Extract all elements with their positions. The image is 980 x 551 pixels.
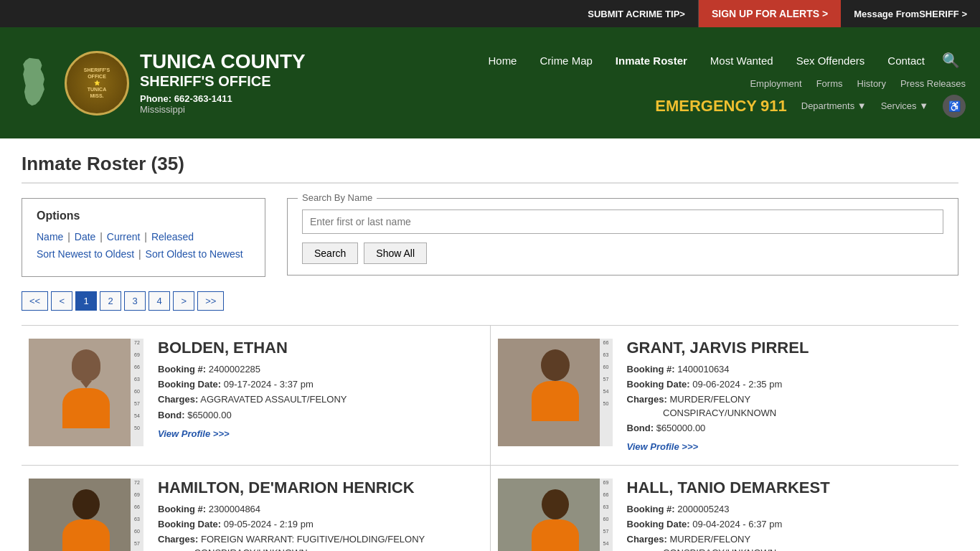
inmate-info-bolden: BOLDEN, ETHAN Booking #: 2400002285 Book…: [158, 339, 483, 439]
nav-contact[interactable]: Contact: [876, 49, 936, 72]
page-2[interactable]: 2: [100, 291, 121, 311]
bond: Bond: $650000.00: [627, 422, 952, 435]
options-search-row: Options Name | Date | Current | Released…: [22, 198, 958, 277]
inmate-info-grant: GRANT, JARVIS PIRREL Booking #: 14000106…: [627, 339, 952, 452]
search-button[interactable]: Search: [302, 242, 358, 264]
sheriff-badge: SHERIFF'SOFFICE⭐TUNICAMISS.: [65, 51, 129, 116]
booking-num: Booking #: 2300004864: [158, 503, 483, 516]
inmate-card-hamilton: 7269666360575450 HAMILTON, DE'MARION HEN…: [22, 466, 490, 551]
emergency-label: EMERGENCY 911: [655, 97, 787, 116]
page-1[interactable]: 1: [75, 291, 97, 311]
booking-date: Booking Date: 09-17-2024 - 3:37 pm: [158, 378, 483, 391]
booking-date: Booking Date: 09-05-2024 - 2:19 pm: [158, 518, 483, 531]
search-icon-btn[interactable]: 🔍: [936, 49, 966, 72]
page-3[interactable]: 3: [124, 291, 146, 311]
top-bar: SUBMIT A CRIME TIP > SIGN UP FOR ALERTS …: [0, 0, 980, 27]
crime-tip-link[interactable]: CRIME TIP: [633, 9, 680, 19]
inmate-name: BOLDEN, ETHAN: [158, 339, 483, 357]
nav-forms[interactable]: Forms: [816, 78, 843, 89]
page-prev[interactable]: <: [51, 291, 72, 311]
search-legend: Search By Name: [298, 192, 377, 203]
filter-name[interactable]: Name: [37, 231, 63, 242]
sheriff-bar[interactable]: Message From SHERIFF >: [841, 9, 980, 19]
inmate-name: HAMILTON, DE'MARION HENRICK: [158, 479, 483, 497]
secondary-nav: Employment Forms History Press Releases: [750, 78, 966, 89]
emergency-bar: EMERGENCY 911 Departments ▼ Services ▼ ♿: [655, 95, 966, 118]
county-name: TUNICA COUNTY: [140, 51, 306, 73]
page-last[interactable]: >>: [197, 291, 224, 311]
inmate-card-grant: 666360575450 GRANT, JARVIS PIRREL Bookin…: [491, 326, 959, 465]
booking-date: Booking Date: 09-06-2024 - 2:35 pm: [627, 378, 952, 391]
bond: Bond: $65000.00: [158, 409, 483, 422]
filter-released[interactable]: Released: [151, 231, 194, 242]
brand-text: TUNICA COUNTY SHERIFF'S OFFICE Phone: 66…: [140, 51, 306, 115]
page-title: Inmate Roster (35): [22, 153, 958, 184]
inmate-name: HALL, TANIO DEMARKEST: [627, 479, 952, 497]
inmate-grid: 7269666360575450 BOLDEN, ETHAN Booking #…: [22, 325, 958, 551]
crime-tip-bar[interactable]: SUBMIT A CRIME TIP >: [575, 0, 699, 27]
show-all-button[interactable]: Show All: [364, 242, 427, 264]
alerts-bar[interactable]: SIGN UP FOR ALERTS >: [699, 0, 841, 27]
inmate-photo-hamilton: 7269666360575450: [29, 479, 143, 551]
main-content: Inmate Roster (35) Options Name | Date |…: [0, 138, 980, 551]
sort-newest[interactable]: Sort Newest to Oldest: [37, 248, 134, 260]
charges: Charges: FOREIGN WARRANT: FUGITIVE/HOLDI…: [158, 533, 483, 551]
booking-num: Booking #: 1400010634: [627, 363, 952, 376]
filter-current[interactable]: Current: [107, 231, 141, 242]
booking-num: Booking #: 2000005243: [627, 503, 952, 516]
filter-date[interactable]: Date: [75, 231, 96, 242]
nav-employment[interactable]: Employment: [750, 78, 801, 89]
accessibility-button[interactable]: ♿: [943, 95, 966, 118]
nav-crime-map[interactable]: Crime Map: [528, 49, 603, 72]
search-box: Search By Name Search Show All: [287, 198, 958, 276]
sort-oldest[interactable]: Sort Oldest to Newest: [146, 248, 243, 260]
inmate-photo-bolden: 7269666360575450: [29, 339, 143, 446]
phone-info: Phone: 662-363-1411: [140, 93, 306, 104]
inmate-card-hall: 696663605754 HALL, TANIO DEMARKEST Booki…: [491, 466, 959, 551]
state-map-icon: [14, 57, 54, 109]
booking-date: Booking Date: 09-04-2024 - 6:37 pm: [627, 518, 952, 531]
departments-dropdown[interactable]: Departments ▼: [801, 100, 867, 111]
inmate-card-bolden: 7269666360575450 BOLDEN, ETHAN Booking #…: [22, 326, 490, 465]
main-nav: Home Crime Map Inmate Roster Most Wanted…: [476, 49, 966, 72]
nav-home[interactable]: Home: [476, 49, 528, 72]
nav-sex-offenders[interactable]: Sex Offenders: [785, 49, 877, 72]
inmate-photo-hall: 696663605754: [498, 479, 613, 551]
search-input[interactable]: [302, 209, 943, 234]
options-sort-links: Sort Newest to Oldest | Sort Oldest to N…: [37, 248, 250, 260]
inmate-info-hall: HALL, TANIO DEMARKEST Booking #: 2000005…: [627, 479, 952, 551]
inmate-name: GRANT, JARVIS PIRREL: [627, 339, 952, 357]
view-profile-bolden[interactable]: View Profile >>>: [158, 428, 230, 439]
office-name: SHERIFF'S OFFICE: [140, 73, 306, 89]
page-first[interactable]: <<: [22, 291, 48, 311]
inmate-info-hamilton: HAMILTON, DE'MARION HENRICK Booking #: 2…: [158, 479, 483, 551]
nav-inmate-roster[interactable]: Inmate Roster: [604, 49, 699, 72]
view-profile-grant[interactable]: View Profile >>>: [627, 441, 699, 452]
options-title: Options: [37, 209, 250, 222]
options-box: Options Name | Date | Current | Released…: [22, 198, 265, 277]
header-nav: Home Crime Map Inmate Roster Most Wanted…: [306, 49, 966, 118]
page-4[interactable]: 4: [149, 291, 170, 311]
nav-most-wanted[interactable]: Most Wanted: [699, 49, 785, 72]
booking-num: Booking #: 2400002285: [158, 363, 483, 376]
crime-tip-suffix: >: [679, 9, 685, 19]
charges: Charges: MURDER/FELONY CONSPIRACY/UNKNOW…: [627, 393, 952, 419]
options-filter-links: Name | Date | Current | Released: [37, 231, 250, 242]
brand: SHERIFF'SOFFICE⭐TUNICAMISS. TUNICA COUNT…: [14, 51, 306, 116]
inmate-photo-grant: 666360575450: [498, 339, 613, 446]
nav-press-releases[interactable]: Press Releases: [900, 78, 966, 89]
inmate-row: 7269666360575450 HAMILTON, DE'MARION HEN…: [22, 465, 958, 551]
search-buttons: Search Show All: [302, 242, 943, 264]
state-label: Mississippi: [140, 104, 306, 115]
crime-tip-prefix: SUBMIT A: [588, 9, 632, 19]
pagination: << < 1 2 3 4 > >>: [22, 291, 958, 311]
charges: Charges: AGGRAVATED ASSAULT/FELONY: [158, 393, 483, 406]
page-next[interactable]: >: [173, 291, 194, 311]
services-dropdown[interactable]: Services ▼: [881, 100, 928, 111]
nav-history[interactable]: History: [857, 78, 886, 89]
charges: Charges: MURDER/FELONY CONSPIRACY/UNKNOW…: [627, 533, 952, 551]
header: SHERIFF'SOFFICE⭐TUNICAMISS. TUNICA COUNT…: [0, 27, 980, 138]
inmate-row: 7269666360575450 BOLDEN, ETHAN Booking #…: [22, 325, 958, 465]
